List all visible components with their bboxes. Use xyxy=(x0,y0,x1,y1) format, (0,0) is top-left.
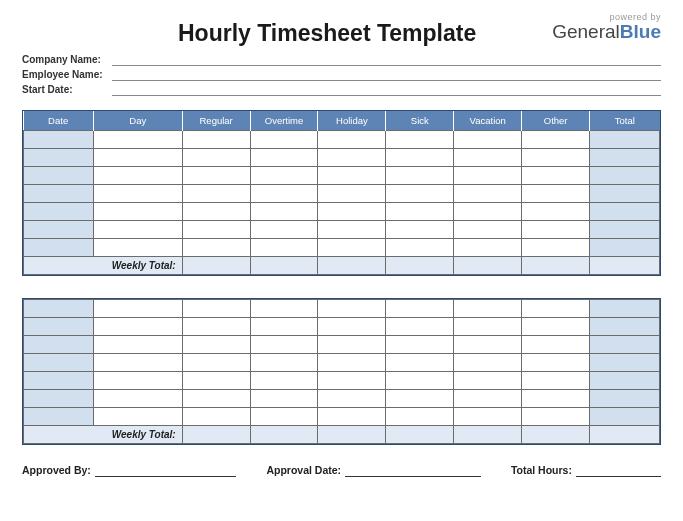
cell-vacation[interactable] xyxy=(454,390,522,408)
cell-other[interactable] xyxy=(522,221,590,239)
cell-date[interactable] xyxy=(24,354,94,372)
cell-overtime[interactable] xyxy=(250,239,318,257)
cell-total[interactable] xyxy=(590,390,660,408)
cell-sick[interactable] xyxy=(386,239,454,257)
cell-holiday[interactable] xyxy=(318,149,386,167)
cell-total[interactable] xyxy=(590,336,660,354)
cell-regular[interactable] xyxy=(182,336,250,354)
cell-total[interactable] xyxy=(590,203,660,221)
cell-other[interactable] xyxy=(522,354,590,372)
cell-holiday[interactable] xyxy=(318,203,386,221)
cell-sick[interactable] xyxy=(386,390,454,408)
cell-other[interactable] xyxy=(522,131,590,149)
cell-other[interactable] xyxy=(522,372,590,390)
cell-regular[interactable] xyxy=(182,408,250,426)
cell-overtime[interactable] xyxy=(250,408,318,426)
cell-date[interactable] xyxy=(24,149,94,167)
employee-name-field[interactable] xyxy=(112,68,661,81)
cell-holiday[interactable] xyxy=(318,185,386,203)
cell-date[interactable] xyxy=(24,239,94,257)
cell-date[interactable] xyxy=(24,221,94,239)
cell-regular[interactable] xyxy=(182,203,250,221)
cell-regular[interactable] xyxy=(182,131,250,149)
cell-total[interactable] xyxy=(590,131,660,149)
cell-total[interactable] xyxy=(590,239,660,257)
cell-total[interactable] xyxy=(590,300,660,318)
cell-overtime[interactable] xyxy=(250,354,318,372)
cell-regular[interactable] xyxy=(182,318,250,336)
cell-vacation[interactable] xyxy=(454,239,522,257)
cell-regular[interactable] xyxy=(182,390,250,408)
cell-overtime[interactable] xyxy=(250,221,318,239)
cell-overtime[interactable] xyxy=(250,167,318,185)
cell-other[interactable] xyxy=(522,390,590,408)
cell-sick[interactable] xyxy=(386,372,454,390)
cell-day[interactable] xyxy=(93,185,182,203)
cell-total[interactable] xyxy=(590,318,660,336)
cell-day[interactable] xyxy=(93,203,182,221)
cell-vacation[interactable] xyxy=(454,372,522,390)
cell-sick[interactable] xyxy=(386,318,454,336)
cell-day[interactable] xyxy=(93,408,182,426)
cell-vacation[interactable] xyxy=(454,354,522,372)
cell-regular[interactable] xyxy=(182,354,250,372)
cell-regular[interactable] xyxy=(182,239,250,257)
cell-holiday[interactable] xyxy=(318,372,386,390)
cell-other[interactable] xyxy=(522,318,590,336)
cell-total[interactable] xyxy=(590,185,660,203)
cell-date[interactable] xyxy=(24,167,94,185)
cell-other[interactable] xyxy=(522,300,590,318)
cell-sick[interactable] xyxy=(386,336,454,354)
cell-vacation[interactable] xyxy=(454,318,522,336)
cell-vacation[interactable] xyxy=(454,300,522,318)
cell-sick[interactable] xyxy=(386,408,454,426)
cell-date[interactable] xyxy=(24,408,94,426)
cell-other[interactable] xyxy=(522,167,590,185)
cell-date[interactable] xyxy=(24,390,94,408)
cell-overtime[interactable] xyxy=(250,203,318,221)
cell-sick[interactable] xyxy=(386,300,454,318)
cell-holiday[interactable] xyxy=(318,336,386,354)
cell-sick[interactable] xyxy=(386,149,454,167)
cell-day[interactable] xyxy=(93,149,182,167)
cell-overtime[interactable] xyxy=(250,149,318,167)
cell-overtime[interactable] xyxy=(250,318,318,336)
cell-total[interactable] xyxy=(590,149,660,167)
cell-holiday[interactable] xyxy=(318,390,386,408)
cell-other[interactable] xyxy=(522,185,590,203)
cell-other[interactable] xyxy=(522,149,590,167)
total-hours-field[interactable] xyxy=(576,463,661,477)
cell-vacation[interactable] xyxy=(454,408,522,426)
company-name-field[interactable] xyxy=(112,53,661,66)
cell-total[interactable] xyxy=(590,221,660,239)
cell-day[interactable] xyxy=(93,354,182,372)
cell-holiday[interactable] xyxy=(318,318,386,336)
cell-holiday[interactable] xyxy=(318,408,386,426)
cell-overtime[interactable] xyxy=(250,131,318,149)
cell-other[interactable] xyxy=(522,336,590,354)
cell-overtime[interactable] xyxy=(250,300,318,318)
cell-day[interactable] xyxy=(93,390,182,408)
cell-date[interactable] xyxy=(24,300,94,318)
cell-holiday[interactable] xyxy=(318,131,386,149)
cell-holiday[interactable] xyxy=(318,300,386,318)
cell-regular[interactable] xyxy=(182,149,250,167)
cell-day[interactable] xyxy=(93,372,182,390)
cell-regular[interactable] xyxy=(182,221,250,239)
cell-holiday[interactable] xyxy=(318,221,386,239)
cell-vacation[interactable] xyxy=(454,185,522,203)
cell-sick[interactable] xyxy=(386,221,454,239)
cell-day[interactable] xyxy=(93,239,182,257)
cell-date[interactable] xyxy=(24,372,94,390)
cell-holiday[interactable] xyxy=(318,167,386,185)
cell-sick[interactable] xyxy=(386,354,454,372)
cell-vacation[interactable] xyxy=(454,221,522,239)
cell-holiday[interactable] xyxy=(318,239,386,257)
cell-day[interactable] xyxy=(93,221,182,239)
cell-day[interactable] xyxy=(93,131,182,149)
start-date-field[interactable] xyxy=(112,83,661,96)
cell-regular[interactable] xyxy=(182,300,250,318)
cell-total[interactable] xyxy=(590,408,660,426)
cell-overtime[interactable] xyxy=(250,390,318,408)
cell-vacation[interactable] xyxy=(454,336,522,354)
